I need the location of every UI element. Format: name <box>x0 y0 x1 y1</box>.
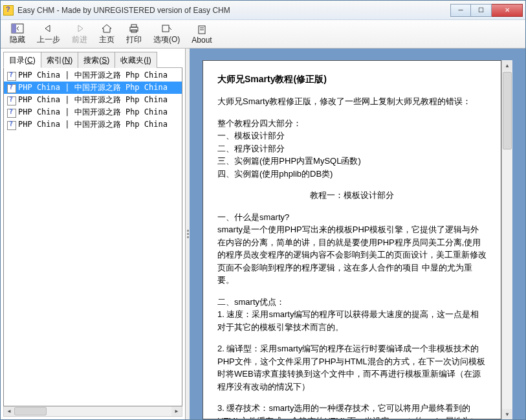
titlebar[interactable]: Easy CHM - Made by UNREGISTERED version … <box>1 1 525 20</box>
back-icon <box>42 23 55 34</box>
options-icon <box>160 23 173 34</box>
tab-search[interactable]: 搜索(S) <box>78 52 115 68</box>
help-page-icon <box>6 96 17 105</box>
minimize-button[interactable]: ─ <box>450 4 471 17</box>
forward-icon <box>73 23 86 34</box>
scroll-right-arrow[interactable]: ► <box>171 406 182 416</box>
hide-icon <box>11 23 24 34</box>
print-button[interactable]: 打印 <box>121 21 147 47</box>
section-paragraph: 1. 速度：采用smarty编写的程序可以获得最大速度的提高，这一点是相对于其它… <box>217 308 487 333</box>
scroll-thumb[interactable] <box>14 407 47 415</box>
about-button[interactable]: About <box>186 23 217 46</box>
home-icon <box>100 23 113 34</box>
help-page-icon <box>6 108 17 117</box>
help-page-icon <box>6 83 17 93</box>
help-page-icon <box>6 120 17 129</box>
section-paragraph: 2. 编译型：采用smarty编写的程序在运行时要编译成一个非模板技术的PHP文… <box>217 342 487 393</box>
svg-rect-3 <box>131 25 137 27</box>
tab-contents[interactable]: 目录(C) <box>3 52 41 68</box>
section-paragraph: 3. 缓存技术：smarty选用的一种缓存技术，它可以将用户最终看到的HTML文… <box>217 402 487 419</box>
vertical-scrollbar[interactable]: ▲ ▼ <box>501 60 512 419</box>
tree-item[interactable]: PHP China | 中国开源之路 Php China <box>4 106 182 118</box>
page-title: 大师兄Smarty教程(修正版) <box>217 72 487 86</box>
scroll-down-arrow[interactable]: ▼ <box>502 409 512 419</box>
contents-tree[interactable]: PHP China | 中国开源之路 Php ChinaPHP China | … <box>3 68 182 406</box>
tree-item-label: PHP China | 中国开源之路 Php China <box>18 94 168 105</box>
tab-favorites[interactable]: 收藏夹(I) <box>115 52 157 68</box>
tab-index[interactable]: 索引(N) <box>41 52 79 68</box>
tree-item[interactable]: PHP China | 中国开源之路 Php China <box>4 69 182 82</box>
parts-list: 整个教程分四大部分：一、模板设计部分二、程序设计部分三、实例篇(使用PHP内置M… <box>217 117 487 181</box>
toolbar: 隐藏 上一步 前进 主页 打印 选项(O) About <box>1 20 525 49</box>
tree-item-label: PHP China | 中国开源之路 Php China <box>18 119 168 130</box>
scroll-left-arrow[interactable]: ◄ <box>4 406 14 416</box>
tree-item-label: PHP China | 中国开源之路 Php China <box>18 107 168 118</box>
subtitle: 教程一：模板设计部分 <box>217 189 487 202</box>
maximize-button[interactable]: ☐ <box>471 4 492 17</box>
navigation-panel: 目录(C) 索引(N) 搜索(S) 收藏夹(I) PHP China | 中国开… <box>1 49 186 419</box>
home-button[interactable]: 主页 <box>94 21 120 47</box>
tree-item[interactable]: PHP China | 中国开源之路 Php China <box>4 118 182 131</box>
tree-item[interactable]: PHP China | 中国开源之路 Php China <box>4 94 182 106</box>
tree-item-label: PHP China | 中国开源之路 Php China <box>18 70 168 81</box>
tree-item[interactable]: PHP China | 中国开源之路 Php China <box>4 82 182 94</box>
horizontal-scrollbar[interactable]: ◄ ► <box>3 406 182 417</box>
sections: 一、什么是smarty?smarty是一个使用PHP写出来的模板PHP模板引擎，… <box>217 211 487 420</box>
options-button[interactable]: 选项(O) <box>148 21 185 47</box>
back-button[interactable]: 上一步 <box>32 21 65 47</box>
app-window: Easy CHM - Made by UNREGISTERED version … <box>0 0 526 420</box>
vscroll-thumb[interactable] <box>503 72 512 149</box>
app-icon <box>3 5 14 16</box>
nav-tabs: 目录(C) 索引(N) 搜索(S) 收藏夹(I) <box>3 51 182 68</box>
forward-button[interactable]: 前进 <box>67 21 93 47</box>
section-paragraph: smarty是一个使用PHP写出来的模板PHP模板引擎，它提供了逻辑与外在内容的… <box>217 223 487 287</box>
svg-rect-1 <box>12 24 16 33</box>
hide-button[interactable]: 隐藏 <box>5 21 30 47</box>
print-icon <box>127 23 140 34</box>
content-panel: 大师兄Smarty教程(修正版) 大师兄Smarty教程修正版，修改了一些网上复… <box>190 49 525 419</box>
scroll-up-arrow[interactable]: ▲ <box>502 60 512 71</box>
intro-text: 大师兄Smarty教程修正版，修改了一些网上复制大师兄教程的错误： <box>217 95 487 108</box>
about-icon <box>195 24 208 36</box>
tree-item-label: PHP China | 中国开源之路 Php China <box>18 82 168 93</box>
svg-rect-5 <box>162 25 169 32</box>
close-button[interactable]: ✕ <box>492 4 523 17</box>
content-document[interactable]: 大师兄Smarty教程(修正版) 大师兄Smarty教程修正版，修改了一些网上复… <box>203 60 501 419</box>
window-title: Easy CHM - Made by UNREGISTERED version … <box>17 6 450 15</box>
main-area: 目录(C) 索引(N) 搜索(S) 收藏夹(I) PHP China | 中国开… <box>1 49 525 419</box>
help-page-icon <box>6 71 17 80</box>
